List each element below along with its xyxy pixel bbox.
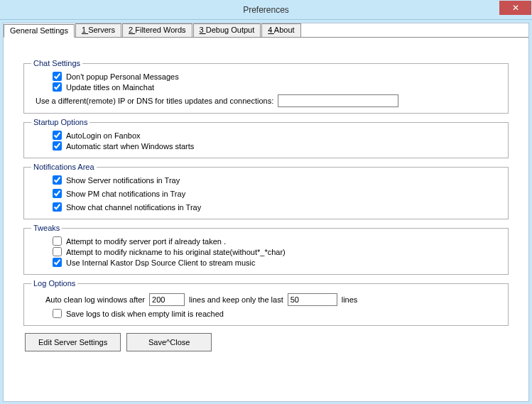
save-logs-label: Save logs to disk when empty limit is re… [66, 310, 224, 318]
notifications-group: Notifications Area Show Server notificat… [23, 163, 509, 219]
log-options-legend: Log Options [31, 279, 77, 288]
tweaks-legend: Tweaks [31, 224, 62, 232]
tab-debug-output[interactable]: 3 Debug Output [193, 23, 261, 37]
remote-ip-label: Use a different(remote) IP or DNS for ti… [36, 97, 273, 105]
content-area: General Settings 1 Servers 2 Filtered Wo… [3, 23, 529, 402]
modify-nickname-label: Attempt to modify nickname to his origin… [66, 248, 286, 256]
pm-notif-checkbox[interactable] [53, 189, 62, 198]
update-titles-label: Update titles on Mainchat [66, 83, 154, 92]
keep-last-lines-input[interactable] [288, 293, 337, 306]
startup-options-group: Startup Options AutoLogin on Fanbox Auto… [23, 118, 509, 158]
autoclean-pre-label: Auto clean log windows after [45, 295, 145, 304]
tweaks-group: Tweaks Attempt to modify server port if … [23, 224, 509, 275]
update-titles-checkbox[interactable] [53, 82, 62, 92]
tab-general-settings[interactable]: General Settings [4, 24, 75, 38]
tab-about[interactable]: 4 About [261, 23, 300, 37]
edit-server-settings-button[interactable]: Edit Server Settings [25, 333, 121, 351]
autologin-checkbox[interactable] [53, 131, 62, 140]
close-button[interactable]: ✕ [499, 1, 531, 15]
internal-dsp-checkbox[interactable] [53, 258, 62, 267]
autoclean-post-label: lines [342, 295, 358, 304]
log-options-group: Log Options Auto clean log windows after… [23, 279, 509, 326]
close-icon: ✕ [512, 3, 519, 13]
modify-port-checkbox[interactable] [53, 236, 62, 246]
chat-settings-legend: Chat Settings [31, 59, 82, 67]
save-logs-checkbox[interactable] [53, 309, 62, 318]
channel-notif-checkbox[interactable] [53, 202, 62, 212]
modify-port-label: Attempt to modify server port if already… [66, 237, 226, 246]
modify-nickname-checkbox[interactable] [53, 247, 62, 256]
startup-options-legend: Startup Options [31, 118, 89, 126]
notifications-legend: Notifications Area [31, 163, 97, 171]
autoclean-mid-label: lines and keep only the last [189, 295, 283, 304]
dont-popup-pm-label: Don't popup Personal Messages [66, 72, 179, 81]
server-notif-label: Show Server notifications in Tray [66, 176, 180, 185]
save-close-button[interactable]: Save^Close [126, 333, 212, 351]
pm-notif-label: Show PM chat notifications in Tray [66, 190, 185, 198]
tab-filtered-words[interactable]: 2 Filtered Words [122, 23, 192, 37]
channel-notif-label: Show chat channel notifications in Tray [66, 203, 201, 212]
internal-dsp-label: Use Internal Kastor Dsp Source Client to… [66, 258, 256, 267]
titlebar: Preferences ✕ [0, 0, 532, 20]
chat-settings-group: Chat Settings Don't popup Personal Messa… [23, 59, 509, 114]
dont-popup-pm-checkbox[interactable] [53, 72, 62, 81]
server-notif-checkbox[interactable] [53, 175, 62, 185]
autoclean-lines-input[interactable] [149, 293, 185, 306]
tab-strip: General Settings 1 Servers 2 Filtered Wo… [4, 23, 528, 38]
autostart-label: Automatic start when Windows starts [66, 142, 194, 151]
autostart-checkbox[interactable] [53, 141, 62, 151]
button-row: Edit Server Settings Save^Close [23, 333, 509, 351]
window-title: Preferences [243, 5, 289, 15]
remote-ip-input[interactable] [278, 94, 398, 107]
general-settings-panel: Chat Settings Don't popup Personal Messa… [4, 38, 528, 359]
autologin-label: AutoLogin on Fanbox [66, 131, 141, 140]
tab-servers[interactable]: 1 Servers [75, 23, 121, 37]
